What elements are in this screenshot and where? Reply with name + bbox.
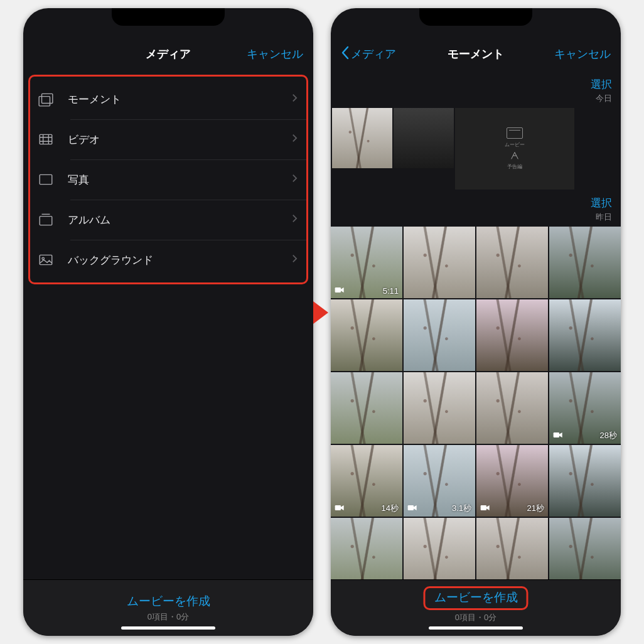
select-button[interactable]: 選択 [591,77,612,92]
thumbnail-photo[interactable] [476,372,548,444]
video-badge: 28秒 [553,430,617,441]
screen-moments: メディア モーメント キャンセル 選択 今日 ムービー 予告編 [331,8,621,636]
camera-icon [480,504,490,513]
thumbnail-photo[interactable] [404,518,475,579]
menu-item-photo[interactable]: 写真 [30,159,306,200]
camera-icon [335,504,345,513]
back-button[interactable]: メディア [341,46,410,63]
section-date: 今日 [596,93,612,104]
svg-point-11 [42,257,44,259]
menu-item-moments[interactable]: モーメント [30,79,306,119]
svg-rect-7 [40,174,52,184]
video-duration: 21秒 [527,503,544,514]
photo-icon [36,170,55,189]
video-badge: 5:11 [335,286,399,296]
svg-rect-13 [554,432,559,437]
thumbnail-photo[interactable] [549,445,621,517]
thumbnail-photo[interactable] [332,108,392,168]
menu-item-album[interactable]: アルバム [30,200,306,240]
thumbnail-photo[interactable] [476,299,548,371]
video-badge: 21秒 [480,503,544,514]
thumbnail-video[interactable]: 5:11 [331,227,402,298]
section-date: 昨日 [596,212,612,223]
svg-rect-0 [42,94,53,103]
cancel-button[interactable]: キャンセル [234,46,303,62]
camera-icon [553,431,563,441]
thumbnail-photo[interactable] [331,372,402,444]
svg-rect-15 [408,505,414,510]
select-button[interactable]: 選択 [591,196,612,210]
trailer-icon [510,151,520,161]
thumbnail-photo[interactable] [394,108,454,168]
menu-label: モーメント [68,92,292,107]
thumbnail-video[interactable]: 14秒 [331,445,402,517]
film-icon [507,127,523,139]
svg-rect-10 [40,255,52,264]
media-category-list: モーメント ビデオ 写真 [30,79,306,280]
svg-rect-1 [39,97,50,106]
thumbnail-photo[interactable] [549,299,621,371]
thumbnail-photo[interactable] [404,227,475,298]
notch [112,8,225,26]
menu-item-background[interactable]: バックグラウンド [30,240,306,280]
home-indicator[interactable] [429,626,523,630]
thumbnail-photo[interactable] [476,518,548,579]
svg-rect-2 [40,134,52,144]
chevron-right-icon [292,93,298,105]
notch [419,8,532,26]
moments-section-yesterday: 選択 昨日 5:1128秒14秒3.1秒21秒 [331,190,621,579]
moments-icon [36,90,55,109]
highlight-box: ムービーを作成 [424,586,529,610]
mini-caption: 予告編 [507,163,522,170]
chevron-right-icon [292,254,298,266]
menu-item-video[interactable]: ビデオ [30,119,306,159]
cancel-button[interactable]: キャンセル [542,46,611,62]
navbar: メディア モーメント キャンセル [331,37,621,71]
thumbnail-photo[interactable] [331,299,402,371]
video-duration: 5:11 [383,286,399,296]
chevron-right-icon [292,213,298,226]
thumbnail-video[interactable]: 3.1秒 [404,445,475,517]
section-header: 選択 今日 [331,71,621,108]
thumbnail-video[interactable]: 28秒 [549,372,621,444]
camera-icon [335,286,345,296]
menu-label: ビデオ [68,132,292,147]
chevron-right-icon [292,173,298,186]
nav-title: メディア [146,46,191,62]
screen-media-categories: メディア キャンセル モーメント ビデオ [23,8,313,636]
thumbnail-grid: 5:1128秒14秒3.1秒21秒 [331,227,621,579]
create-movie-button[interactable]: ムービーを作成 [127,593,210,609]
menu-label: バックグラウンド [68,253,292,267]
thumbnail-photo[interactable] [476,227,548,298]
thumbnail-photo[interactable] [404,372,475,444]
moments-content[interactable]: 選択 今日 ムービー 予告編 選択 昨日 5:1128秒14秒3.1秒21秒 [331,71,621,579]
camera-icon [407,504,417,513]
thumbnail-photo[interactable] [549,518,621,579]
video-badge: 3.1秒 [407,503,471,514]
video-duration: 3.1秒 [452,503,471,514]
thumbnail-video[interactable]: 21秒 [476,445,548,517]
svg-rect-14 [335,505,341,510]
video-badge: 14秒 [335,503,399,514]
highlight-box: モーメント ビデオ 写真 [28,75,308,284]
album-icon [36,210,55,229]
back-label: メディア [351,46,396,62]
create-movie-button[interactable]: ムービーを作成 [434,589,518,606]
thumbnail-photo[interactable] [549,227,621,298]
selection-status: 0項目・0分 [148,611,189,623]
video-duration: 14秒 [382,503,399,514]
thumb-row: ムービー 予告編 [331,108,621,190]
background-icon [36,250,55,269]
nav-title: モーメント [448,46,504,62]
thumbnail-photo[interactable] [331,518,402,579]
thumbnail-screenshot[interactable]: ムービー 予告編 [455,108,574,190]
arrow-right-icon [313,301,328,324]
navbar: メディア キャンセル [23,37,313,71]
thumbnail-photo[interactable] [404,299,475,371]
mini-caption: ムービー [505,141,525,148]
moments-section-today: 選択 今日 ムービー 予告編 [331,71,621,190]
svg-rect-8 [40,217,52,225]
home-indicator[interactable] [121,626,215,630]
svg-rect-12 [335,287,341,292]
content-area: モーメント ビデオ 写真 [23,71,313,579]
